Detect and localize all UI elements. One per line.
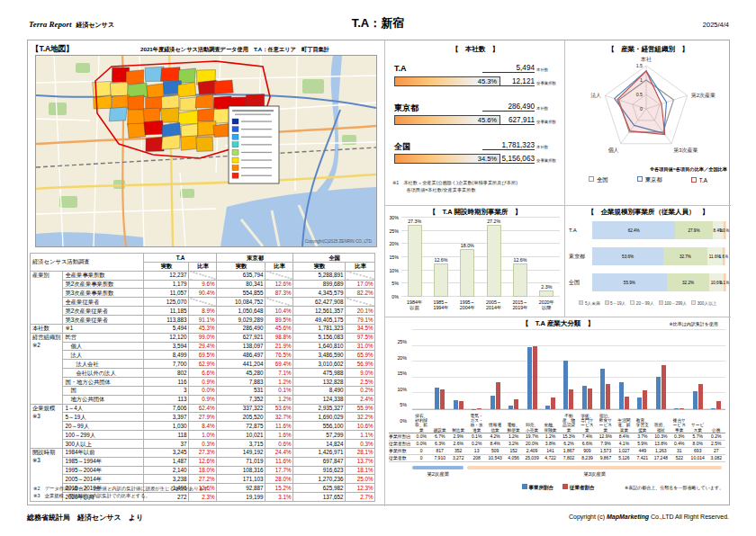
note-line: ※2 データ作成の都合上、合計値と内訳の集計値に誤差が生じる場合があります。 bbox=[33, 485, 213, 492]
table-row: 地方公共団体1130.9%7,3521.2%124,3382.4% bbox=[31, 395, 375, 404]
y-axis-label: 5% bbox=[389, 402, 407, 407]
value-cell: 9,029,289 bbox=[217, 316, 266, 325]
table-row: 国・地方公共団体1160.9%7,8831.2%132,8282.5% bbox=[31, 378, 375, 387]
map-legend bbox=[229, 106, 279, 183]
ratio-cell: 0.3% bbox=[189, 440, 217, 449]
value-cell: 1,487 bbox=[144, 457, 189, 466]
row-label: 全産業事業所数 bbox=[63, 271, 144, 280]
segment-label: 32.7% bbox=[680, 255, 691, 259]
bar-group bbox=[412, 331, 430, 409]
table-row: 従業者割合0.0%6.3%2.6%0.2%8.4%3.2%20.0%3.8%6.… bbox=[389, 440, 725, 447]
value-cell: 3,594 bbox=[144, 342, 189, 351]
x-axis-label: 2020年以降 bbox=[534, 299, 560, 311]
radar-label: 0.5 bbox=[636, 92, 643, 97]
value-cell: 13.8% bbox=[652, 440, 670, 447]
ratio-cell bbox=[266, 271, 293, 280]
industry-bands bbox=[389, 466, 725, 469]
ratio-cell bbox=[346, 271, 375, 280]
y-axis-label: 25% bbox=[389, 339, 407, 344]
industry-chart-note: ※比率は内訳集計を使用 bbox=[670, 321, 718, 326]
value-cell: 9,867 bbox=[597, 454, 615, 461]
choropleth-cell bbox=[195, 94, 213, 108]
table-row: 国30.0%5310.1%8,4900.2% bbox=[31, 386, 375, 395]
legend-swatch bbox=[691, 300, 696, 305]
column-header: 公務 bbox=[707, 414, 726, 433]
map-legend-text-line bbox=[241, 167, 272, 168]
map-legend-swatch bbox=[232, 165, 238, 171]
bar bbox=[434, 264, 448, 297]
value-cell: 486,497 bbox=[217, 351, 266, 360]
bar-group: 18.0% bbox=[454, 218, 481, 297]
ratio-cell: 18.0% bbox=[189, 466, 217, 475]
value-cell: 3,486,590 bbox=[293, 351, 346, 360]
value-cell: 4,056 bbox=[504, 454, 522, 461]
table-row: 1985～1994年1,48712.6%71,01911.6%697,84713… bbox=[31, 457, 375, 466]
y-axis-label: 0% bbox=[392, 294, 399, 299]
census-table-notes: ※2 データ作成の都合上、合計値と内訳の集計値に誤差が生じる場合があります。 ※… bbox=[33, 485, 213, 500]
opening-period-panel: 【 T.A 開設時期別事業所 】 0%5%10%15%20%25%30% 27.… bbox=[385, 205, 565, 317]
value-cell: 916,623 bbox=[293, 466, 346, 475]
value-cell: 2,409 bbox=[523, 447, 541, 454]
choropleth-cell bbox=[147, 84, 164, 99]
column-header: 採石、砂利採取、鉱業 bbox=[412, 414, 430, 433]
value-cell: 3 bbox=[144, 386, 189, 395]
value-cell: 10,084,752 bbox=[217, 298, 266, 307]
map-container: Copyright(C)2025 ZENRIN CO.,LTD. bbox=[35, 55, 377, 247]
value-cell: 45,280 bbox=[217, 369, 266, 378]
value-cell: 7,606 bbox=[144, 404, 189, 413]
note-line: ※1 本社数＝全産業(公務除く)企業数(単独事業所及び本所) bbox=[392, 179, 518, 186]
ratio-cell: 89.5% bbox=[266, 316, 293, 325]
bar-group bbox=[541, 331, 559, 409]
column-group-header: T.A bbox=[144, 254, 217, 263]
ratio-cell: 24.4% bbox=[266, 448, 293, 457]
column-header: 不動産、物品賃貸業 bbox=[560, 414, 578, 433]
column-group-header: 東京都 bbox=[217, 254, 293, 263]
column-header: 教育、学習支援業 bbox=[634, 414, 652, 433]
choropleth-cell bbox=[161, 67, 181, 82]
bar bbox=[606, 384, 610, 409]
bar bbox=[619, 382, 624, 409]
industry-band-labels: 第2次産業第3次産業 bbox=[389, 471, 725, 478]
column-header: サービス業 bbox=[688, 414, 706, 433]
report-frame: 【T.A地図】 2021年度経済センサス活動調査データ使用 T.A：任意エリア … bbox=[27, 40, 730, 505]
row-label: 事業所数 bbox=[389, 447, 412, 454]
table-row: 従業者数07,9103,27220810,5434,05625,0394,722… bbox=[389, 454, 725, 461]
bar bbox=[711, 408, 716, 409]
map-legend-swatch bbox=[232, 119, 238, 124]
radar-panel: 【 産業・経営組織別 】 00.511.5本社第2次産業第3次産業個人法人 ※各… bbox=[565, 40, 731, 205]
x-axis-label: 2005～2014年 bbox=[481, 299, 507, 311]
value-cell: 5.7% bbox=[688, 433, 706, 440]
ratio-cell: 2.4% bbox=[346, 395, 375, 404]
choropleth-cell bbox=[128, 123, 146, 138]
table-row: 5～19人3,39727.9%205,52032.7%1,690,02932.2… bbox=[31, 413, 375, 422]
panel-title: 【 企業規模別事業所（従業人員） 】 bbox=[565, 208, 731, 217]
table-row: 第2次産業事業所数1,1799.6%80,34112.6%899,68917.0… bbox=[31, 280, 375, 289]
ratio-cell: 0.1% bbox=[266, 386, 293, 395]
industry-table: 採石、砂利採取、鉱業建設業製造業電気・ガス・熱・水道業情報通信業運輸、郵便業卸売… bbox=[389, 414, 725, 462]
value-cell: 13 bbox=[467, 447, 485, 454]
ratio-cell bbox=[189, 298, 217, 307]
column-sub-header: 実数 bbox=[293, 262, 346, 271]
report-page: Terra Report経済センサス T.A：新宿 2025/4/4 【T.A地… bbox=[0, 0, 756, 536]
value-cell: 0.0% bbox=[412, 433, 430, 440]
radar-legend: 全国東京都T.A bbox=[565, 176, 731, 184]
value-cell: 817 bbox=[430, 447, 448, 454]
value-cell: 108,316 bbox=[217, 466, 266, 475]
headquarters-notes: ※1 本社数＝全産業(公務除く)企業数(単独事業所及び本所) 各項目値=本社数/… bbox=[392, 179, 518, 194]
bar-group: 12.6% bbox=[428, 218, 454, 297]
value-cell: 11,185 bbox=[144, 307, 189, 316]
bar bbox=[533, 346, 537, 409]
segment-label: 62.4% bbox=[628, 228, 640, 233]
choropleth-cell bbox=[126, 70, 144, 85]
legend-item: 5～19人 bbox=[605, 300, 626, 306]
value-cell: 138,097 bbox=[217, 342, 266, 351]
column-group-header: 全国 bbox=[293, 254, 375, 263]
bar-group bbox=[670, 331, 688, 409]
value-cell: 208 bbox=[467, 454, 485, 461]
value-cell: 556,100 bbox=[293, 422, 346, 431]
map-legend-text-line bbox=[241, 137, 272, 138]
category-label: 東京都 bbox=[569, 253, 592, 261]
choropleth-cell bbox=[128, 110, 146, 125]
stacked-bar-row: 東京都53.6%32.7%11.6%1.6% bbox=[569, 247, 725, 265]
footer-source: 総務省統計局 経済センサス より bbox=[27, 513, 143, 523]
